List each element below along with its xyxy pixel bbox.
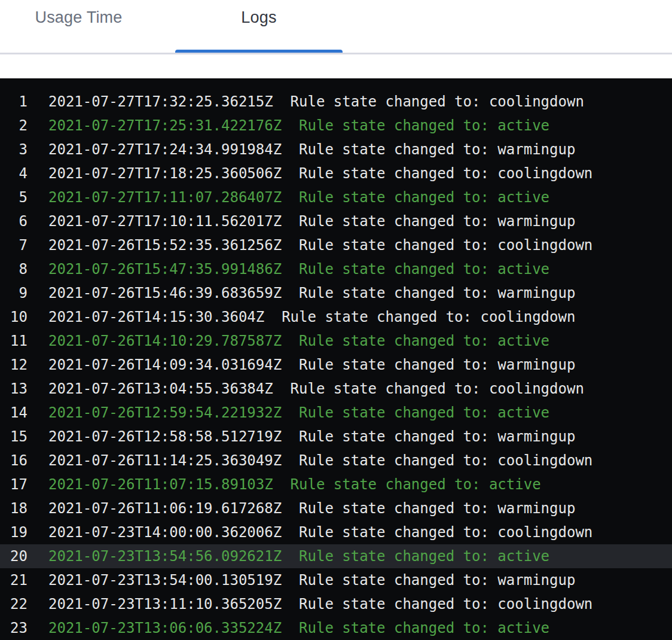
log-row[interactable]: 32021-07-27T17:24:34.991984Z Rule state … [0, 138, 672, 161]
log-line-text: 2021-07-26T15:47:35.991486Z Rule state c… [48, 257, 549, 281]
log-line-text: 2021-07-26T11:06:19.617268Z Rule state c… [48, 496, 575, 520]
log-line-number: 21 [0, 568, 28, 592]
log-row[interactable]: 132021-07-26T13:04:55.36384Z Rule state … [0, 377, 672, 401]
log-line-number: 19 [0, 520, 28, 544]
log-line-number: 8 [0, 257, 28, 281]
log-line-text: 2021-07-27T17:18:25.360506Z Rule state c… [48, 161, 592, 185]
tab-logs[interactable]: Logs [175, 0, 343, 53]
log-line-number: 18 [0, 496, 28, 520]
log-line-number: 23 [0, 616, 28, 640]
log-line-number: 4 [0, 161, 28, 185]
log-row[interactable]: 202021-07-23T13:54:56.092621Z Rule state… [0, 544, 672, 568]
log-line-text: 2021-07-26T12:58:58.512719Z Rule state c… [48, 425, 575, 449]
log-row[interactable]: 112021-07-26T14:10:29.787587Z Rule state… [0, 329, 672, 353]
log-line-text: 2021-07-23T13:54:00.130519Z Rule state c… [48, 568, 575, 592]
log-line-text: 2021-07-27T17:10:11.562017Z Rule state c… [48, 209, 575, 233]
log-line-text: 2021-07-27T17:32:25.36215Z Rule state ch… [48, 90, 584, 114]
log-row[interactable]: 212021-07-23T13:54:00.130519Z Rule state… [0, 568, 672, 592]
log-row[interactable]: 82021-07-26T15:47:35.991486Z Rule state … [0, 257, 672, 281]
log-line-number: 11 [0, 329, 28, 353]
log-line-text: 2021-07-23T14:00:00.362006Z Rule state c… [48, 520, 592, 544]
log-row[interactable]: 232021-07-23T13:06:06.335224Z Rule state… [0, 616, 672, 640]
log-line-number: 14 [0, 401, 28, 425]
log-line-text: 2021-07-27T17:11:07.286407Z Rule state c… [48, 185, 549, 209]
tabbar-console-gap [0, 54, 672, 78]
log-line-text: 2021-07-26T14:10:29.787587Z Rule state c… [48, 329, 549, 353]
log-line-text: 2021-07-26T11:07:15.89103Z Rule state ch… [48, 473, 541, 496]
log-line-text: 2021-07-26T11:14:25.363049Z Rule state c… [48, 449, 592, 473]
log-line-number: 2 [0, 114, 28, 138]
log-row[interactable]: 92021-07-26T15:46:39.683659Z Rule state … [0, 281, 672, 305]
log-line-number: 9 [0, 281, 28, 305]
log-rows-container: 12021-07-27T17:32:25.36215Z Rule state c… [0, 90, 672, 640]
log-line-text: 2021-07-23T13:11:10.365205Z Rule state c… [48, 592, 592, 616]
tab-usage-time[interactable]: Usage Time [0, 0, 157, 53]
log-console[interactable]: 12021-07-27T17:32:25.36215Z Rule state c… [0, 78, 672, 640]
log-row[interactable]: 122021-07-26T14:09:34.031694Z Rule state… [0, 353, 672, 377]
log-row[interactable]: 162021-07-26T11:14:25.363049Z Rule state… [0, 449, 672, 473]
log-line-number: 22 [0, 592, 28, 616]
log-line-number: 3 [0, 138, 28, 161]
tab-bar: Usage Time Logs [0, 0, 672, 54]
log-line-text: 2021-07-26T14:15:30.3604Z Rule state cha… [48, 305, 575, 329]
log-line-text: 2021-07-26T15:46:39.683659Z Rule state c… [48, 281, 575, 305]
log-row[interactable]: 142021-07-26T12:59:54.221932Z Rule state… [0, 401, 672, 425]
log-line-number: 13 [0, 377, 28, 401]
log-line-text: 2021-07-26T14:09:34.031694Z Rule state c… [48, 353, 575, 377]
log-row[interactable]: 22021-07-27T17:25:31.422176Z Rule state … [0, 114, 672, 138]
log-row[interactable]: 62021-07-27T17:10:11.562017Z Rule state … [0, 209, 672, 233]
log-row[interactable]: 192021-07-23T14:00:00.362006Z Rule state… [0, 520, 672, 544]
log-line-text: 2021-07-26T13:04:55.36384Z Rule state ch… [48, 377, 584, 401]
log-line-text: 2021-07-26T15:52:35.361256Z Rule state c… [48, 233, 592, 257]
log-row[interactable]: 42021-07-27T17:18:25.360506Z Rule state … [0, 161, 672, 185]
log-line-number: 7 [0, 233, 28, 257]
log-line-number: 1 [0, 90, 28, 114]
log-line-number: 10 [0, 305, 28, 329]
log-line-text: 2021-07-23T13:54:56.092621Z Rule state c… [48, 544, 549, 568]
log-line-number: 20 [0, 544, 28, 568]
log-line-text: 2021-07-23T13:06:06.335224Z Rule state c… [48, 616, 549, 640]
log-line-number: 12 [0, 353, 28, 377]
log-line-text: 2021-07-27T17:25:31.422176Z Rule state c… [48, 114, 549, 138]
log-line-number: 6 [0, 209, 28, 233]
log-line-number: 15 [0, 425, 28, 449]
log-line-number: 5 [0, 185, 28, 209]
log-line-text: 2021-07-26T12:59:54.221932Z Rule state c… [48, 401, 549, 425]
log-row[interactable]: 172021-07-26T11:07:15.89103Z Rule state … [0, 473, 672, 496]
log-row[interactable]: 182021-07-26T11:06:19.617268Z Rule state… [0, 496, 672, 520]
log-row[interactable]: 52021-07-27T17:11:07.286407Z Rule state … [0, 185, 672, 209]
log-row[interactable]: 72021-07-26T15:52:35.361256Z Rule state … [0, 233, 672, 257]
log-row[interactable]: 152021-07-26T12:58:58.512719Z Rule state… [0, 425, 672, 449]
log-line-text: 2021-07-27T17:24:34.991984Z Rule state c… [48, 138, 575, 161]
log-row[interactable]: 12021-07-27T17:32:25.36215Z Rule state c… [0, 90, 672, 114]
log-row[interactable]: 102021-07-26T14:15:30.3604Z Rule state c… [0, 305, 672, 329]
log-row[interactable]: 222021-07-23T13:11:10.365205Z Rule state… [0, 592, 672, 616]
log-line-number: 17 [0, 473, 28, 496]
log-line-number: 16 [0, 449, 28, 473]
